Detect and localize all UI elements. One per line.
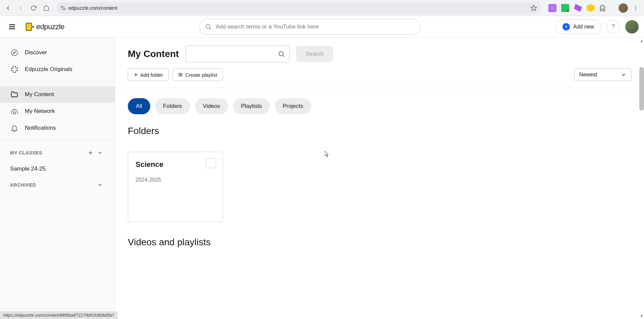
chip-folders[interactable]: Folders [155, 98, 190, 114]
more-menu-icon[interactable] [633, 5, 639, 11]
plus-icon: + [562, 23, 570, 30]
videos-section-title: Videos and playlists [115, 229, 644, 250]
global-search[interactable] [199, 19, 421, 35]
search-button[interactable]: Search [296, 46, 333, 62]
bookmark-star-icon[interactable] [530, 5, 537, 11]
search-icon [205, 23, 212, 30]
home-button[interactable] [41, 3, 52, 13]
svg-point-26 [179, 74, 179, 75]
svg-line-19 [283, 55, 284, 57]
extension-icon[interactable] [561, 4, 569, 12]
global-search-input[interactable] [216, 23, 415, 30]
reload-button[interactable] [28, 3, 39, 13]
svg-marker-4 [531, 5, 537, 10]
folder-icon [10, 90, 19, 99]
sidebar-item-my-network[interactable]: My Network [0, 103, 115, 120]
expand-archived-button[interactable] [95, 180, 105, 190]
sidebar-header-classes: MY CLASSES [0, 145, 115, 161]
chip-projects[interactable]: Projects [275, 98, 311, 114]
svg-rect-0 [61, 6, 63, 7]
sidebar-item-label: Edpuzzle Originals [25, 66, 72, 73]
content-search[interactable] [185, 46, 289, 62]
extensions-icon[interactable] [599, 5, 606, 11]
svg-marker-14 [13, 51, 16, 54]
collapse-classes-button[interactable] [95, 148, 105, 157]
create-playlist-button[interactable]: Create playlist [173, 68, 223, 81]
sidebar-item-my-content[interactable]: My Content [0, 86, 115, 103]
filter-chips: All Folders Videos Playlists Projects [115, 88, 644, 118]
logo-icon [24, 22, 34, 32]
chevron-down-icon [621, 72, 626, 77]
forward-button[interactable] [15, 3, 26, 13]
logo[interactable]: edpuzzle [24, 22, 64, 32]
logo-text: edpuzzle [36, 22, 64, 31]
add-new-button[interactable]: + Add new [555, 19, 601, 34]
site-settings-icon [60, 5, 66, 11]
svg-point-11 [206, 24, 210, 28]
svg-rect-1 [63, 9, 65, 10]
list-icon [178, 72, 183, 77]
main-content: My Content Search Add folder Create play… [115, 38, 644, 319]
sidebar-class-item[interactable]: Sample 24-25 [0, 161, 115, 177]
extension-icon[interactable] [548, 4, 556, 12]
sidebar-header-archived: ARCHIVED [0, 177, 115, 193]
svg-point-7 [635, 9, 636, 10]
puzzle-icon [10, 65, 19, 74]
status-bar: https://edpuzzle.com/content/66f5ba47217… [0, 311, 118, 319]
menu-button[interactable] [5, 20, 19, 34]
sort-select[interactable]: Newest [574, 68, 631, 81]
search-icon [278, 50, 285, 58]
folders-section-title: Folders [115, 118, 644, 138]
scrollbar-thumb[interactable] [639, 67, 644, 111]
sidebar-item-label: Discover [25, 49, 47, 56]
sidebar-item-label: My Content [25, 91, 54, 98]
svg-point-25 [179, 73, 179, 74]
folder-checkbox[interactable] [206, 158, 216, 168]
add-folder-button[interactable]: Add folder [128, 68, 169, 81]
compass-icon [10, 48, 19, 57]
svg-point-13 [11, 50, 17, 56]
sidebar: Discover Edpuzzle Originals My Content M… [0, 38, 115, 319]
bell-icon [10, 124, 19, 132]
folder-meta: 2024-2025 [136, 177, 215, 183]
chip-playlists[interactable]: Playlists [233, 98, 270, 114]
content-search-input[interactable] [190, 51, 278, 57]
address-bar[interactable]: edpuzzle.com/content [56, 2, 541, 14]
url-text: edpuzzle.com/content [68, 5, 117, 11]
page-title: My Content [128, 49, 179, 59]
chip-videos[interactable]: Videos [195, 98, 228, 114]
chip-all[interactable]: All [128, 98, 150, 114]
back-button[interactable] [3, 3, 13, 13]
sidebar-item-label: My Network [25, 108, 55, 115]
svg-line-12 [210, 28, 211, 29]
folder-name: Science [136, 160, 215, 169]
add-class-button[interactable] [86, 148, 95, 157]
help-button[interactable]: ? [606, 20, 620, 34]
svg-point-6 [635, 7, 636, 8]
user-avatar[interactable] [625, 20, 639, 34]
sidebar-item-label: Notifications [25, 125, 56, 131]
svg-rect-15 [13, 112, 15, 114]
extension-icons [546, 3, 641, 13]
plus-icon [133, 72, 138, 77]
svg-point-18 [279, 52, 283, 56]
folder-card[interactable]: Science 2024-2025 [128, 152, 223, 222]
sidebar-item-originals[interactable]: Edpuzzle Originals [0, 61, 115, 78]
svg-point-27 [179, 76, 179, 76]
sidebar-item-notifications[interactable]: Notifications [0, 120, 115, 136]
extension-icon[interactable] [574, 4, 582, 12]
network-icon [10, 107, 19, 116]
app-header: edpuzzle + Add new ? [0, 16, 644, 38]
browser-toolbar: edpuzzle.com/content [0, 0, 644, 16]
svg-point-5 [635, 6, 636, 7]
scroll-up-icon[interactable]: ▲ [640, 39, 643, 43]
profile-avatar[interactable] [619, 3, 628, 13]
sidebar-item-discover[interactable]: Discover [0, 44, 115, 61]
extension-icon[interactable] [587, 4, 595, 12]
scroll-down-icon[interactable]: ▼ [640, 314, 643, 318]
